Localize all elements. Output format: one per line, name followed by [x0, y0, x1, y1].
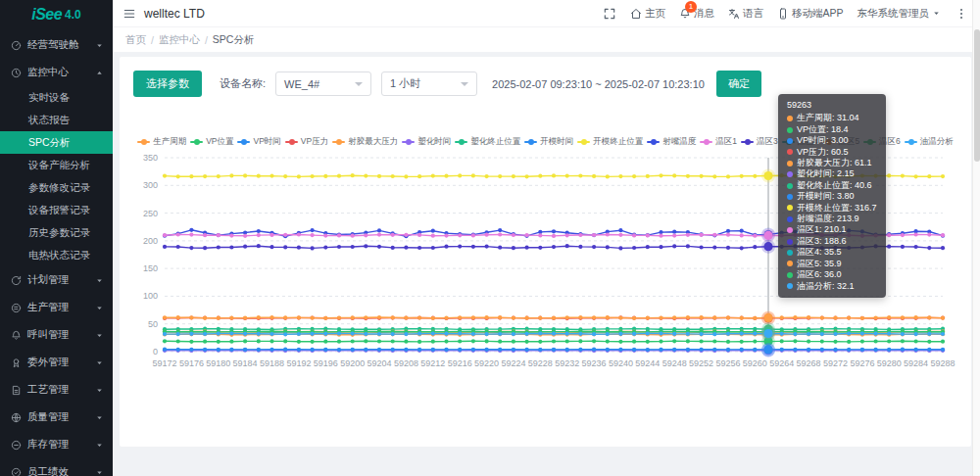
svg-text:59256: 59256 [715, 358, 740, 368]
svg-text:59252: 59252 [689, 358, 713, 368]
sidebar-group-label: 库存管理 [27, 438, 69, 452]
plan-icon [11, 275, 22, 286]
legend-marker [332, 140, 345, 145]
sidebar-item-label: 设备产能分析 [28, 159, 90, 170]
sidebar-item-heater-status-log[interactable]: 电热状态记录 [0, 244, 113, 266]
sidebar-item-production-mgmt[interactable]: 生产管理 [0, 294, 113, 321]
legend-marker [190, 140, 203, 145]
sidebar-item-status-report[interactable]: 状态报告 [0, 109, 113, 131]
collapse-menu-icon[interactable] [122, 7, 136, 21]
svg-text:59200: 59200 [340, 358, 365, 368]
tooltip-row-text: 生产周期: 31.04 [797, 113, 859, 123]
date-range-picker[interactable]: 2025-02-07 09:23:10 ~ 2025-02-07 10:23:1… [492, 78, 705, 90]
sidebar-item-plan-mgmt[interactable]: 计划管理 [0, 266, 113, 294]
legend-label: 生产周期 [153, 136, 186, 148]
legend-marker [647, 140, 660, 145]
svg-text:50: 50 [148, 319, 158, 329]
sidebar-item-quality-mgmt[interactable]: 质量管理 [0, 404, 113, 431]
sidebar-item-history-param-log[interactable]: 历史参数记录 [0, 221, 113, 244]
legend-item-temp-zone-5[interactable]: 温区5 [822, 136, 859, 148]
company-title: welltec LTD [144, 7, 205, 21]
svg-text:59248: 59248 [662, 358, 687, 368]
legend-item-plasticizing-end-position[interactable]: 塑化终止位置 [455, 136, 520, 148]
sidebar-item-inventory-mgmt[interactable]: 库存管理 [0, 431, 113, 458]
sidebar-item-device-alarm-log[interactable]: 设备报警记录 [0, 199, 113, 221]
legend-label: 塑化终止位置 [470, 136, 520, 148]
breadcrumb-current: SPC分析 [213, 33, 255, 47]
caret-down-icon [95, 331, 104, 340]
legend-item-mold-open-end-position[interactable]: 开模终止位置 [577, 136, 643, 148]
sidebar-item-process-mgmt[interactable]: 工艺管理 [0, 376, 113, 404]
spc-panel: 选择参数 设备名称: WE_4# 1 小时 2025-02-07 09:23:1… [120, 57, 971, 447]
scrollbar-thumb[interactable] [974, 29, 980, 162]
legend-item-temp-zone-1[interactable]: 温区1 [700, 136, 737, 148]
series-dot-icon [787, 116, 793, 121]
device-select[interactable]: WE_4# [275, 71, 371, 96]
select-params-button[interactable]: 选择参数 [133, 71, 202, 97]
breadcrumb-monitor-center[interactable]: 监控中心 [159, 33, 200, 47]
legend-label: 射胶最大压力 [348, 136, 398, 148]
sidebar-group-label: 呼叫管理 [27, 328, 69, 342]
sidebar-item-outsource-mgmt[interactable]: 委外管理 [0, 349, 113, 376]
legend-label: VP压力 [301, 136, 328, 148]
legend-item-nozzle-temperature[interactable]: 射嘴温度 [647, 136, 696, 148]
confirm-button[interactable]: 确定 [716, 71, 761, 97]
svg-text:250: 250 [143, 209, 158, 218]
legend-item-cycle-time[interactable]: 生产周期 [137, 136, 186, 148]
fullscreen-icon[interactable] [603, 7, 616, 21]
svg-text:59240: 59240 [609, 358, 633, 368]
sidebar-item-call-mgmt[interactable]: 呼叫管理 [0, 321, 113, 349]
sidebar-item-param-change-log[interactable]: 参数修改记录 [0, 176, 113, 199]
svg-text:59288: 59288 [930, 358, 955, 368]
legend-marker [782, 140, 795, 145]
sidebar-group-label: 委外管理 [27, 356, 69, 369]
svg-text:150: 150 [143, 263, 158, 273]
svg-text:59208: 59208 [394, 358, 418, 368]
spc-line-chart: 0501001502002503003505917259176591805918… [131, 150, 956, 377]
sidebar-item-capacity-analysis[interactable]: 设备产能分析 [0, 154, 113, 176]
sidebar-item-business-cockpit[interactable]: 经营驾驶舱 [0, 31, 113, 59]
legend-item-plasticizing-time[interactable]: 塑化时间 [402, 136, 451, 148]
sidebar-item-realtime-device[interactable]: 实时设备 [0, 86, 113, 109]
user-menu[interactable]: 东华系统管理员 [858, 7, 942, 21]
messages-button[interactable]: 1 消息 [679, 7, 714, 21]
sidebar-item-spc-analysis[interactable]: SPC分析 [0, 131, 113, 154]
sidebar-item-label: 状态报告 [28, 114, 70, 125]
svg-text:59216: 59216 [448, 358, 472, 368]
legend-item-vp-position[interactable]: VP位置 [190, 136, 233, 148]
mobile-app-button[interactable]: 移动端APP [777, 7, 844, 21]
production-icon [11, 303, 22, 313]
messages-label: 消息 [694, 7, 714, 21]
legend-item-temp-zone-3[interactable]: 温区3 [741, 136, 778, 148]
legend-item-temp-zone-6[interactable]: 温区6 [863, 136, 901, 148]
sidebar-item-staff-performance[interactable]: 员工绩效 [0, 458, 113, 476]
scrollbar[interactable] [972, 0, 980, 476]
svg-text:59284: 59284 [904, 358, 928, 368]
legend-marker [577, 140, 590, 145]
caret-down-icon [95, 386, 104, 395]
caret-down-icon [95, 304, 104, 312]
sidebar-item-label: 电热状态记录 [28, 249, 90, 261]
legend-item-temp-zone-4[interactable]: 温区4 [782, 136, 819, 148]
breadcrumb-separator: / [151, 34, 154, 46]
legend-item-max-injection-pressure[interactable]: 射胶最大压力 [332, 136, 398, 148]
app-logo[interactable]: iSee 4.0 [0, 0, 113, 29]
legend-item-vp-time[interactable]: VP时间 [237, 136, 280, 148]
legend-item-oil-temperature[interactable]: 油温分析 [905, 136, 954, 148]
home-button[interactable]: 主页 [630, 7, 665, 21]
svg-text:59280: 59280 [877, 358, 902, 368]
filter-bar: 选择参数 设备名称: WE_4# 1 小时 2025-02-07 09:23:1… [120, 57, 971, 97]
monitor-icon [11, 68, 22, 78]
legend-item-mold-open-time[interactable]: 开模时间 [524, 136, 573, 148]
more-icon[interactable] [955, 7, 968, 21]
language-button[interactable]: 语言 [728, 7, 763, 21]
sidebar-item-monitor-center[interactable]: 监控中心 [0, 59, 113, 86]
legend-label: 温区1 [715, 136, 737, 148]
legend-marker [863, 140, 876, 145]
breadcrumb-home[interactable]: 首页 [125, 33, 146, 47]
legend-marker [137, 140, 150, 145]
caret-down-icon [95, 358, 104, 367]
svg-text:200: 200 [143, 236, 158, 246]
interval-select[interactable]: 1 小时 [381, 71, 477, 96]
legend-item-vp-pressure[interactable]: VP压力 [285, 136, 328, 148]
